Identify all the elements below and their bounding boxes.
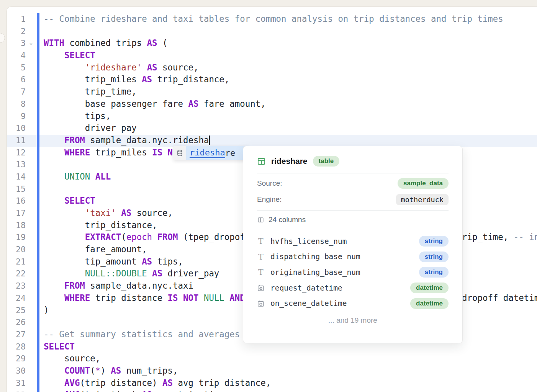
- code-token: tips,: [44, 111, 111, 121]
- panel-handle-button[interactable]: [0, 33, 5, 43]
- code-line[interactable]: [44, 25, 537, 38]
- code-token: [44, 62, 85, 72]
- code-line[interactable]: FROM sample_data.nyc.ridesha: [44, 134, 537, 147]
- code-token: -- in seconds: [514, 232, 537, 242]
- database-icon: [173, 146, 186, 160]
- line-number: 21: [7, 256, 26, 268]
- code-token: trip_distance,: [44, 220, 157, 230]
- code-token: WITH: [44, 38, 64, 48]
- code-token: AS: [142, 256, 152, 266]
- code-token: AS: [147, 62, 157, 72]
- code-token: [90, 172, 95, 181]
- code-line[interactable]: trip_time,: [44, 86, 537, 98]
- code-token: FROM: [64, 135, 85, 145]
- code-token: [44, 50, 64, 60]
- code-token: WHERE: [64, 293, 90, 303]
- code-token: fare_amount,: [44, 244, 147, 254]
- code-line[interactable]: source,: [44, 353, 537, 365]
- code-token: [44, 147, 64, 157]
- line-number: 2: [7, 25, 26, 38]
- code-token: source,: [131, 208, 173, 218]
- code-line[interactable]: driver_pay: [44, 122, 537, 134]
- app-window: 1234567891011121314151617181920212223242…: [0, 0, 537, 392]
- code-token: NULL::DOUBLE: [85, 268, 147, 278]
- code-token: [44, 196, 64, 206]
- line-number: 13: [7, 158, 26, 171]
- code-token: trip_miles: [90, 147, 152, 157]
- code-token: [44, 378, 64, 388]
- code-token: AS: [142, 74, 152, 84]
- autocomplete-dropdown: rideshare: [173, 146, 249, 160]
- code-token: AS: [152, 268, 162, 278]
- code-line[interactable]: 'rideshare' AS source,: [44, 62, 537, 74]
- code-token: [44, 135, 64, 145]
- code-line[interactable]: AVG(trip_time) AS avg_trip_time,: [44, 389, 537, 392]
- line-number: 29: [7, 353, 26, 365]
- code-token: [224, 293, 229, 303]
- line-number: 5: [7, 62, 26, 74]
- line-number: 11: [7, 134, 26, 147]
- code-line[interactable]: COUNT(*) AS num_trips,: [44, 365, 537, 377]
- code-line[interactable]: WITH combined_trips AS (: [44, 37, 537, 49]
- code-token: sample_data.nyc.taxi: [85, 281, 193, 291]
- code-token: trip_distance: [90, 293, 167, 303]
- code-token: [44, 232, 85, 242]
- code-token: [116, 208, 121, 218]
- code-token: AVG: [64, 378, 80, 388]
- columns-count-label: 24 columns: [268, 216, 306, 224]
- code-line[interactable]: AVG(trip_distance) AS avg_trip_distance,: [44, 377, 537, 389]
- code-line[interactable]: -- Combine rideshare and taxi tables for…: [44, 13, 537, 25]
- code-token: source,: [157, 62, 199, 72]
- code-token: ALL: [95, 172, 111, 181]
- code-token: 'taxi': [85, 208, 116, 218]
- code-token: tip_amount: [44, 256, 142, 266]
- code-token: AS: [162, 378, 173, 388]
- line-number: 19: [7, 231, 26, 243]
- code-token: EXTRACT: [85, 232, 121, 242]
- line-number: 3: [7, 37, 26, 49]
- code-token: AS: [111, 366, 121, 376]
- more-columns-label: ... and 19 more: [257, 316, 449, 325]
- line-number: 12: [7, 147, 26, 159]
- code-token: [152, 232, 157, 242]
- code-token: UNION: [64, 172, 90, 181]
- columns-icon: [257, 216, 264, 224]
- autocomplete-item-rideshare[interactable]: rideshare: [186, 146, 249, 160]
- chevron-down-icon[interactable]: ⌄: [28, 37, 34, 49]
- code-token: (trip_distance): [80, 378, 162, 388]
- code-token: trip_time,: [44, 87, 137, 96]
- code-token: [44, 281, 64, 291]
- code-line[interactable]: trip_miles AS trip_distance,: [44, 74, 537, 86]
- code-token: tips,: [152, 256, 183, 266]
- code-token: *: [95, 366, 100, 376]
- line-number: 26: [7, 316, 26, 328]
- column-type-badge: datetime: [410, 283, 449, 293]
- text-type-icon: T: [257, 252, 265, 261]
- code-token: [198, 293, 203, 303]
- column-name: on_scene_datetime: [270, 299, 347, 308]
- code-line[interactable]: base_passenger_fare AS fare_amount,: [44, 98, 537, 110]
- column-row: Tdispatching_base_numstring: [257, 249, 449, 265]
- line-number: 7: [7, 86, 26, 98]
- info-row: Engine:motherduck: [257, 191, 449, 207]
- code-line[interactable]: SELECT: [44, 49, 537, 62]
- table-icon: [257, 157, 266, 166]
- code-line[interactable]: tips,: [44, 110, 537, 122]
- code-token: base_passenger_fare: [44, 99, 188, 109]
- line-number: 9: [7, 110, 26, 122]
- line-number: 28: [7, 341, 26, 353]
- text-cursor: [209, 136, 210, 145]
- line-number: 27: [7, 328, 26, 341]
- code-token: SELECT: [44, 341, 75, 351]
- info-row: Source:sample_data: [257, 175, 449, 191]
- line-number-gutter: 1234567891011121314151617181920212223242…: [7, 13, 26, 392]
- code-token: AS: [147, 38, 157, 48]
- code-token: [147, 268, 152, 278]
- line-number: 8: [7, 98, 26, 110]
- line-number: 6: [7, 74, 26, 86]
- line-number: 4: [7, 49, 26, 62]
- code-token: [44, 366, 64, 376]
- info-label: Source:: [257, 179, 282, 188]
- code-token: sample_data.nyc.ridesha: [85, 135, 209, 145]
- line-number: 22: [7, 268, 26, 280]
